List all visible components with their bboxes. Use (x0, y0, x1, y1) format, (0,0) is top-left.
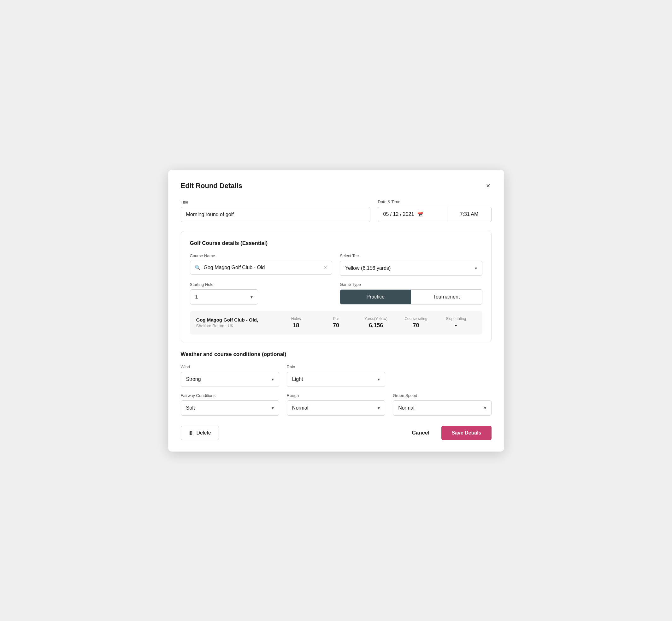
starting-hole-label: Starting Hole (190, 282, 258, 287)
close-button[interactable]: × (485, 181, 492, 191)
title-label: Title (181, 200, 370, 204)
course-second-row: Starting Hole 1 ▾ Game Type Practice Tou… (190, 282, 482, 304)
course-name-input[interactable] (204, 265, 320, 271)
starting-hole-dropdown[interactable]: 1 ▾ (190, 289, 258, 304)
course-info-name: Gog Magog Golf Club - Old, Shelford Bott… (196, 317, 276, 328)
fairway-label: Fairway Conditions (181, 393, 279, 398)
course-name-input-wrap[interactable]: 🔍 × (190, 261, 333, 275)
chevron-down-icon: ▾ (271, 406, 274, 411)
starting-hole-field: Starting Hole 1 ▾ (190, 282, 258, 304)
datetime-label: Date & Time (378, 199, 492, 204)
wind-field: Wind Strong ▾ (181, 365, 279, 387)
course-section-title: Golf Course details (Essential) (190, 240, 482, 246)
rough-label: Rough (287, 393, 385, 398)
course-info-location: Shelford Bottom, UK (196, 323, 276, 328)
time-value: 7:31 AM (460, 211, 478, 217)
search-icon: 🔍 (195, 265, 201, 271)
fairway-field: Fairway Conditions Soft ▾ (181, 393, 279, 416)
green-speed-dropdown[interactable]: Normal ▾ (393, 401, 491, 416)
delete-button[interactable]: 🗑 Delete (181, 426, 219, 440)
title-field-group: Title (181, 200, 370, 222)
chevron-down-icon: ▾ (378, 377, 380, 382)
course-stat-slope-rating: Slope rating - (436, 317, 476, 329)
yards-label: Yards(Yellow) (356, 317, 396, 321)
edit-round-modal: Edit Round Details × Title Date & Time 0… (168, 170, 504, 452)
green-speed-label: Green Speed (393, 393, 491, 398)
calendar-icon: 📅 (417, 211, 423, 217)
course-info-name-text: Gog Magog Golf Club - Old, (196, 317, 276, 323)
chevron-down-icon: ▾ (484, 406, 486, 411)
rough-field: Rough Normal ▾ (287, 393, 385, 416)
fairway-value: Soft (186, 405, 195, 411)
date-value: 05 / 12 / 2021 (383, 211, 414, 217)
game-type-tournament-button[interactable]: Tournament (411, 290, 482, 304)
wind-value: Strong (186, 376, 201, 382)
course-rating-label: Course rating (396, 317, 436, 321)
course-info-box: Gog Magog Golf Club - Old, Shelford Bott… (190, 311, 482, 334)
wind-dropdown[interactable]: Strong ▾ (181, 372, 279, 387)
game-type-toggle: Practice Tournament (340, 289, 482, 304)
modal-title: Edit Round Details (181, 182, 243, 190)
top-fields: Title Date & Time 05 / 12 / 2021 📅 7:31 … (181, 199, 492, 222)
holes-label: Holes (276, 317, 316, 321)
fairway-dropdown[interactable]: Soft ▾ (181, 401, 279, 416)
course-name-field: Course Name 🔍 × (190, 253, 333, 276)
course-stat-yards: Yards(Yellow) 6,156 (356, 317, 396, 329)
par-label: Par (316, 317, 356, 321)
title-input[interactable] (181, 207, 370, 222)
rain-dropdown[interactable]: Light ▾ (287, 372, 385, 387)
footer-right: Cancel Save Details (406, 426, 491, 440)
cancel-button[interactable]: Cancel (406, 427, 435, 439)
game-type-practice-button[interactable]: Practice (340, 290, 411, 304)
chevron-down-icon: ▾ (251, 294, 253, 299)
delete-label: Delete (197, 430, 211, 436)
trash-icon: 🗑 (189, 430, 194, 436)
chevron-down-icon: ▾ (378, 406, 380, 411)
green-speed-field: Green Speed Normal ▾ (393, 393, 491, 416)
rain-field: Rain Light ▾ (287, 365, 385, 387)
time-input[interactable]: 7:31 AM (447, 207, 492, 222)
modal-footer: 🗑 Delete Cancel Save Details (181, 421, 492, 440)
slope-rating-value: - (455, 322, 457, 329)
select-tee-field: Select Tee Yellow (6,156 yards) ▾ (340, 253, 482, 276)
chevron-down-icon: ▾ (271, 377, 274, 382)
rain-value: Light (292, 376, 303, 382)
save-button[interactable]: Save Details (442, 426, 491, 440)
select-tee-label: Select Tee (340, 253, 482, 258)
slope-rating-label: Slope rating (436, 317, 476, 321)
game-type-field: Game Type Practice Tournament (340, 282, 482, 304)
green-speed-value: Normal (398, 405, 415, 411)
date-input[interactable]: 05 / 12 / 2021 📅 (378, 207, 447, 222)
course-two-col: Course Name 🔍 × Select Tee Yellow (6,156… (190, 253, 482, 276)
course-name-clear-button[interactable]: × (323, 265, 328, 270)
course-section: Golf Course details (Essential) Course N… (181, 231, 492, 342)
course-stat-course-rating: Course rating 70 (396, 317, 436, 329)
wind-label: Wind (181, 365, 279, 369)
select-tee-value: Yellow (6,156 yards) (345, 265, 390, 271)
course-stat-par: Par 70 (316, 317, 356, 329)
holes-value: 18 (293, 322, 299, 329)
starting-hole-value: 1 (195, 294, 198, 300)
weather-row-2: Fairway Conditions Soft ▾ Rough Normal ▾… (181, 393, 492, 416)
rain-label: Rain (287, 365, 385, 369)
weather-section: Weather and course conditions (optional)… (181, 351, 492, 416)
course-name-label: Course Name (190, 253, 333, 258)
course-stat-holes: Holes 18 (276, 317, 316, 329)
select-tee-dropdown[interactable]: Yellow (6,156 yards) ▾ (340, 261, 482, 276)
chevron-down-icon: ▾ (475, 266, 477, 271)
course-rating-value: 70 (413, 322, 419, 329)
datetime-field-group: Date & Time 05 / 12 / 2021 📅 7:31 AM (378, 199, 492, 222)
rough-value: Normal (292, 405, 308, 411)
weather-section-title: Weather and course conditions (optional) (181, 351, 492, 358)
yards-value: 6,156 (369, 322, 383, 329)
rough-dropdown[interactable]: Normal ▾ (287, 401, 385, 416)
par-value: 70 (333, 322, 339, 329)
weather-row-1: Wind Strong ▾ Rain Light ▾ (181, 365, 492, 387)
game-type-label: Game Type (340, 282, 482, 287)
datetime-group: 05 / 12 / 2021 📅 7:31 AM (378, 207, 492, 222)
modal-header: Edit Round Details × (181, 181, 492, 191)
